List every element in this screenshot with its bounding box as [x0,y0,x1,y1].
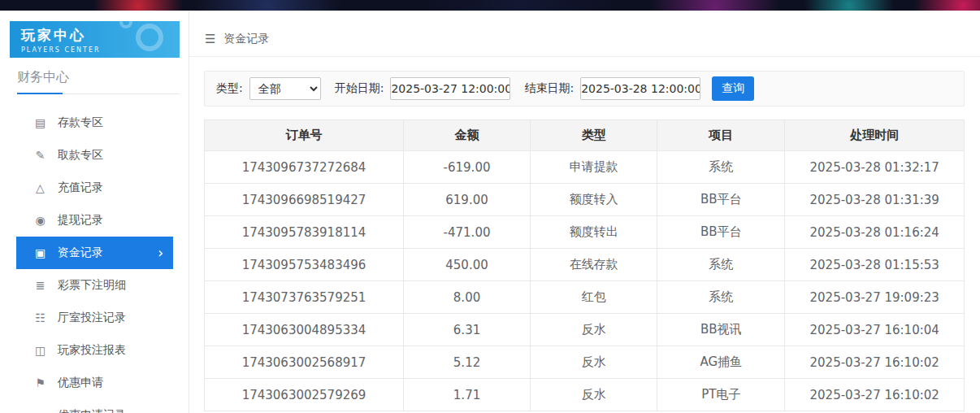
withdrawal-record-icon: ◉ [33,214,47,227]
cell-amount: 450.00 [403,249,530,281]
cell-process-time: 2025-03-27 19:09:23 [785,281,965,314]
sidebar-item-withdrawal-records[interactable]: ◉ 提现记录 [16,204,173,237]
wallet-icon: ▣ [33,246,47,259]
players-center-header: 玩家中心 PLAYERS CENTER [10,21,180,58]
cell-amount: 8.00 [403,281,530,314]
cell-type: 额度转入 [531,184,657,216]
main-area: ☰ 资金记录 类型: 全部 开始日期: 结束日期: 查询 [189,11,980,413]
cell-order-no: 1743095753483496 [205,249,404,281]
cell-amount: 1.71 [403,379,530,411]
sidebar-item-promo-application-records[interactable]: ≡ 优惠申请记录 [16,399,173,413]
cell-order-no: 1743096698519427 [205,184,404,216]
withdraw-icon: ✎ [33,149,47,162]
search-button[interactable]: 查询 [712,76,754,101]
col-header-process-time: 处理时间 [785,120,965,151]
cell-amount: 619.00 [403,184,530,216]
sidebar-item-promo-application[interactable]: ⚑ 优惠申请 [16,367,173,399]
section-title: 财务中心 [17,69,69,85]
breadcrumb: ☰ 资金记录 [189,11,980,57]
grid-icon: ☷ [33,311,47,324]
table-row: 1743095753483496 450.00 在线存款 系统 2025-03-… [205,249,965,281]
records-icon: ≡ [33,409,47,413]
cell-process-time: 2025-03-28 01:32:17 [785,151,965,184]
cell-process-time: 2025-03-28 01:31:39 [785,184,965,216]
cell-amount: -471.00 [403,216,530,249]
table-row: 1743063004895334 6.31 反水 BB视讯 2025-03-27… [205,314,965,346]
sidebar-item-recharge-records[interactable]: △ 充值记录 [16,172,173,204]
table-row: 1743073763579251 8.00 红包 系统 2025-03-27 1… [205,281,965,314]
content-area: 类型: 全部 开始日期: 结束日期: 查询 订单号 金额 [189,57,980,411]
cell-item: BB平台 [657,184,785,216]
cell-item: 系统 [657,249,785,281]
cell-amount: 5.12 [403,346,530,379]
cell-order-no: 1743073763579251 [205,281,404,314]
start-date-label: 开始日期: [335,81,384,96]
col-header-item: 项目 [657,120,785,151]
end-date-input[interactable] [580,77,700,100]
flag-icon: ⚑ [33,376,47,389]
sidebar: 玩家中心 PLAYERS CENTER 财务中心 ▤ 存款专区 ✎ 取款专区 △… [0,11,189,413]
table-row: 1743063002568917 5.12 反水 AG捕鱼 2025-03-27… [205,346,965,379]
sidebar-item-label: 玩家投注报表 [58,343,126,358]
sidebar-item-label: 彩票下注明细 [58,278,126,293]
cell-item: PT电子 [657,379,785,411]
end-date-label: 结束日期: [524,81,574,96]
sidebar-item-funds-records[interactable]: ▣ 资金记录 › [16,237,173,269]
sidebar-item-deposit-zone[interactable]: ▤ 存款专区 [16,107,173,139]
start-date-input[interactable] [390,77,510,100]
sidebar-item-label: 厅室投注记录 [58,311,126,325]
list-icon: ≣ [33,279,47,292]
col-header-order-no: 订单号 [205,120,404,151]
cell-order-no: 1743063002568917 [205,346,404,379]
chevron-right-icon: › [158,246,163,260]
cell-process-time: 2025-03-28 01:16:24 [785,216,965,249]
sidebar-item-label: 充值记录 [58,180,103,195]
cell-amount: -619.00 [403,151,530,184]
app-container: 玩家中心 PLAYERS CENTER 财务中心 ▤ 存款专区 ✎ 取款专区 △… [0,11,980,413]
cell-amount: 6.31 [403,314,530,346]
sidebar-item-label: 优惠申请记录 [58,408,126,413]
cell-process-time: 2025-03-27 16:10:02 [785,379,965,411]
cell-item: 系统 [657,151,785,184]
menu-toggle-icon[interactable]: ☰ [205,32,215,46]
sidebar-item-label: 资金记录 [58,246,103,260]
cell-type: 额度转出 [531,216,657,249]
sidebar-item-lottery-bet-details[interactable]: ≣ 彩票下注明细 [16,269,173,302]
table-row: 1743063002579269 1.71 反水 PT电子 2025-03-27… [205,379,965,411]
table-row: 1743096737272684 -619.00 申请提款 系统 2025-03… [205,151,965,184]
cell-process-time: 2025-03-27 16:10:02 [785,346,965,379]
sidebar-item-label: 存款专区 [58,115,103,130]
cell-item: BB视讯 [657,314,785,346]
sidebar-menu: ▤ 存款专区 ✎ 取款专区 △ 充值记录 ◉ 提现记录 ▣ 资金记录 › ≣ [0,107,189,413]
cell-order-no: 1743096737272684 [205,151,404,184]
report-icon: ◫ [33,344,47,357]
col-header-type: 类型 [531,120,657,151]
sidebar-item-label: 提现记录 [58,213,103,228]
sidebar-item-label: 优惠申请 [58,376,103,390]
cell-type: 在线存款 [531,249,657,281]
section-header: 财务中心 [17,69,180,94]
funds-table: 订单号 金额 类型 项目 处理时间 1743096737272684 -619.… [204,120,965,411]
cell-order-no: 1743063004895334 [205,314,404,346]
cell-type: 红包 [531,281,657,314]
sidebar-item-label: 取款专区 [58,148,103,163]
cell-type: 申请提款 [531,151,657,184]
filter-bar: 类型: 全部 开始日期: 结束日期: 查询 [204,71,965,107]
top-banner [0,0,980,11]
table-header-row: 订单号 金额 类型 项目 处理时间 [205,120,965,151]
cell-item: 系统 [657,281,785,314]
table-row: 1743096698519427 619.00 额度转入 BB平台 2025-0… [205,184,965,216]
cell-process-time: 2025-03-28 01:15:53 [785,249,965,281]
sidebar-item-hall-bet-records[interactable]: ☷ 厅室投注记录 [16,302,173,334]
sidebar-item-player-bet-report[interactable]: ◫ 玩家投注报表 [16,334,173,367]
type-label: 类型: [216,81,243,96]
deposit-icon: ▤ [33,116,47,129]
sidebar-item-withdraw-zone[interactable]: ✎ 取款专区 [16,139,173,172]
type-select[interactable]: 全部 [249,77,321,100]
col-header-amount: 金额 [403,120,530,151]
cell-type: 反水 [531,379,657,411]
cell-type: 反水 [531,314,657,346]
sidebar-subtitle: PLAYERS CENTER [21,46,180,54]
cell-order-no: 1743063002579269 [205,379,404,411]
recharge-icon: △ [33,181,47,194]
